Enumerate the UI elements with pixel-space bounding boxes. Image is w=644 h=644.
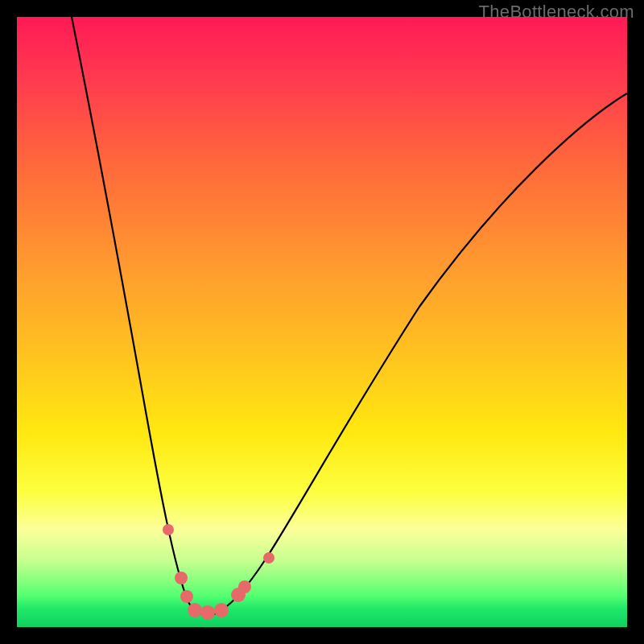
dot-left-upper xyxy=(163,524,174,535)
dot-bottom-1 xyxy=(188,603,202,617)
dot-bottom-3 xyxy=(214,603,229,617)
dot-right-2 xyxy=(238,580,251,593)
curve-svg xyxy=(17,17,627,627)
chart-frame xyxy=(17,17,627,627)
dot-left-2 xyxy=(180,590,193,603)
bottleneck-curve xyxy=(72,17,627,615)
dot-right-upper xyxy=(263,552,275,564)
dot-bottom-2 xyxy=(200,605,215,620)
dot-left-1 xyxy=(175,572,188,584)
watermark-text: TheBottleneck.com xyxy=(479,2,634,23)
